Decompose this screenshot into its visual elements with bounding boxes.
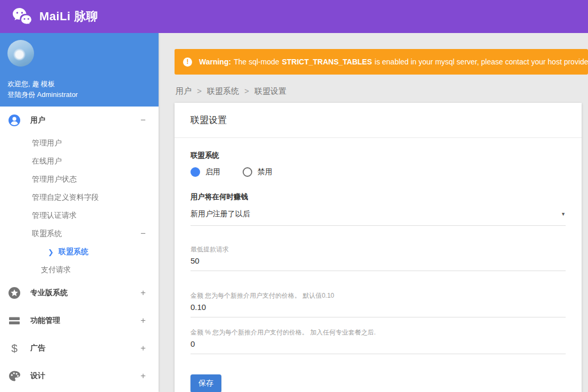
affiliate-settings-card: 联盟设置 联盟系统 启用 禁用 用户将在何时赚钱 <box>175 103 582 392</box>
sidebar-item-affiliates-group[interactable]: 联盟系统 − <box>0 225 159 243</box>
referral-amount-group: 金额 您为每个新推介用户支付的价格。 默认值0.10 <box>191 291 566 317</box>
enable-radio-label: 启用 <box>205 167 220 177</box>
radio-unchecked-icon[interactable] <box>243 167 252 177</box>
sidebar-item-label: 专业版系统 <box>30 288 68 298</box>
collapse-icon[interactable]: − <box>140 115 146 126</box>
sidebar-item-features[interactable]: 功能管理 + <box>0 307 159 334</box>
referral-percent-input[interactable] <box>191 337 566 354</box>
sidebar-item-label: 管理用户 <box>32 138 62 148</box>
sidebar-item-label: 管理认证请求 <box>32 211 77 220</box>
affiliate-system-group: 联盟系统 启用 禁用 <box>191 151 566 177</box>
wechat-logo-icon <box>12 7 33 26</box>
sidebar-item-affiliates-settings[interactable]: ❯ 联盟系统 <box>0 243 159 261</box>
referral-amount-label: 金额 您为每个新推介用户支付的价格。 默认值0.10 <box>191 291 566 300</box>
sidebar-item-label: 广告 <box>30 344 45 353</box>
expand-icon[interactable]: + <box>140 371 146 381</box>
earn-when-label: 用户将在何时赚钱 <box>191 192 566 202</box>
warning-text: is enabled in your mysql server, please … <box>375 58 588 66</box>
disable-radio-label: 禁用 <box>258 167 272 177</box>
sidebar-item-label: 支付请求 <box>41 265 71 275</box>
sidebar-item-label: 联盟系统 <box>59 247 88 257</box>
sidebar-item-design[interactable]: 设计 + <box>0 362 159 390</box>
expand-icon[interactable]: + <box>140 343 146 354</box>
sidebar-item-payment-requests[interactable]: 支付请求 <box>0 261 159 279</box>
app-header: MaiLi 脉聊 <box>0 0 588 33</box>
collapse-icon[interactable]: − <box>140 228 146 239</box>
sidebar-item-label: 管理用户状态 <box>32 175 77 184</box>
referral-amount-input[interactable] <box>191 300 566 317</box>
breadcrumb-users[interactable]: 用户 <box>176 86 192 95</box>
sidebar-item-label: 在线用户 <box>32 157 62 166</box>
save-button[interactable]: 保存 <box>191 374 221 392</box>
radio-checked-icon[interactable] <box>191 167 200 177</box>
min-withdrawal-group: 最低提款请求 <box>191 245 566 271</box>
expand-icon[interactable]: + <box>140 288 146 298</box>
breadcrumb: 用户 > 联盟系统 > 联盟设置 <box>176 86 588 96</box>
card-title: 联盟设置 <box>175 103 582 138</box>
chevron-right-icon: ❯ <box>48 248 54 256</box>
sidebar-item-label: 管理自定义资料字段 <box>32 193 99 202</box>
min-withdrawal-input[interactable] <box>191 254 566 271</box>
app-title: MaiLi 脉聊 <box>39 9 98 24</box>
breadcrumb-separator: > <box>244 86 249 95</box>
sidebar-item-manage-custom-fields[interactable]: 管理自定义资料字段 <box>0 189 159 207</box>
sidebar-item-manage-users[interactable]: 管理用户 <box>0 134 159 152</box>
main-content: ! Warning: The sql-mode STRICT_TRANS_TAB… <box>159 33 588 392</box>
referral-percent-label: 金额 % 您为每个新推介用户支付的价格。 加入任何专业套餐之后. <box>191 328 566 337</box>
breadcrumb-affiliates[interactable]: 联盟系统 <box>207 86 239 95</box>
breadcrumb-separator: > <box>197 86 202 95</box>
warning-label: Warning: <box>199 58 231 66</box>
earn-when-value: 新用户注册了以后 <box>191 209 250 219</box>
sidebar-menu: 用户 − 管理用户 在线用户 管理用户状态 管理自定义资料字段 管理认证请求 联… <box>0 107 159 390</box>
dollar-icon: $ <box>8 342 21 355</box>
affiliate-system-label: 联盟系统 <box>191 151 566 160</box>
sidebar-item-label: 联盟系统 <box>32 229 62 239</box>
warning-text: The sql-mode <box>234 58 279 66</box>
enable-radio[interactable]: 启用 <box>191 167 220 177</box>
warning-strong: STRICT_TRANS_TABLES <box>282 58 372 66</box>
sidebar-item-label: 用户 <box>30 116 45 125</box>
settings-form: 联盟系统 启用 禁用 用户将在何时赚钱 新用户注册了以后 ▼ <box>175 138 582 392</box>
sidebar-item-online-users[interactable]: 在线用户 <box>0 152 159 170</box>
bars-icon <box>8 314 21 327</box>
sidebar-item-label: 设计 <box>30 371 45 381</box>
breadcrumb-current: 联盟设置 <box>254 86 286 95</box>
profile-panel: 欢迎您, 趣 模板 登陆身份 Administrator <box>0 33 159 107</box>
star-icon <box>8 287 21 299</box>
sidebar-item-manage-user-status[interactable]: 管理用户状态 <box>0 170 159 189</box>
role-text: 登陆身份 Administrator <box>7 89 150 100</box>
disable-radio[interactable]: 禁用 <box>243 167 272 177</box>
earn-when-select[interactable]: 新用户注册了以后 ▼ <box>191 209 566 226</box>
user-icon <box>8 114 21 127</box>
referral-percent-group: 金额 % 您为每个新推介用户支付的价格。 加入任何专业套餐之后. <box>191 328 566 354</box>
min-withdrawal-label: 最低提款请求 <box>191 245 566 254</box>
sidebar-item-manage-verifications[interactable]: 管理认证请求 <box>0 207 159 225</box>
palette-icon <box>8 370 21 382</box>
sidebar: 欢迎您, 趣 模板 登陆身份 Administrator 用户 − 管理用户 在… <box>0 33 159 392</box>
sidebar-item-ads[interactable]: $ 广告 + <box>0 334 159 362</box>
sidebar-item-users[interactable]: 用户 − <box>0 107 159 134</box>
sidebar-item-pro-system[interactable]: 专业版系统 + <box>0 279 159 307</box>
earn-when-group: 用户将在何时赚钱 新用户注册了以后 ▼ <box>191 192 566 226</box>
warning-icon: ! <box>183 58 192 67</box>
expand-icon[interactable]: + <box>140 315 146 326</box>
warning-banner: ! Warning: The sql-mode STRICT_TRANS_TAB… <box>175 49 588 75</box>
chevron-down-icon: ▼ <box>561 211 566 217</box>
avatar[interactable] <box>7 40 34 67</box>
welcome-text: 欢迎您, 趣 模板 <box>7 79 150 89</box>
sidebar-item-label: 功能管理 <box>30 316 60 325</box>
